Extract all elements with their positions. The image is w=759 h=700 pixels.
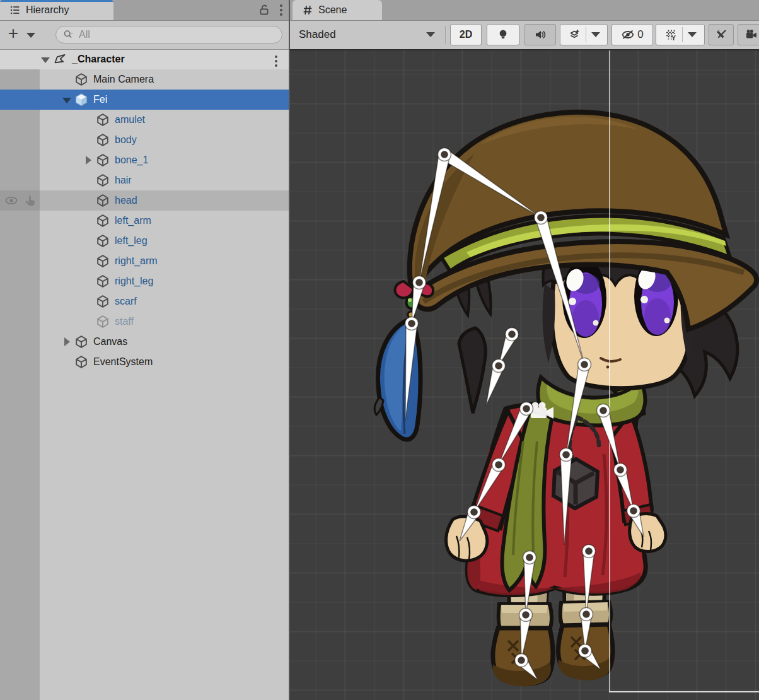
left-thigh-bone[interactable]: [524, 557, 535, 615]
tree-item-right-leg[interactable]: right_leg: [0, 271, 289, 291]
speaker-icon: [534, 28, 547, 41]
add-button[interactable]: +: [5, 25, 21, 44]
gameobject-cube-icon: [96, 173, 110, 187]
bone-joint-center: [495, 362, 502, 370]
bulb-icon: [497, 28, 509, 41]
effects-button[interactable]: [560, 24, 608, 45]
scene-viewport[interactable]: [290, 49, 759, 700]
head-bone[interactable]: [535, 216, 584, 365]
tree-item-bone-1[interactable]: bone_1: [0, 150, 289, 170]
bone-joint-center: [600, 407, 607, 414]
right-thigh-bone[interactable]: [583, 551, 594, 614]
scene-panel: Scene Shaded 2D 0: [290, 0, 759, 700]
chest-bone[interactable]: [566, 363, 590, 455]
grid-settings-icon: [664, 28, 677, 41]
tree-item-right-arm[interactable]: right_arm: [0, 251, 289, 271]
bone-joint-center: [526, 554, 533, 561]
bone-joint-center: [408, 320, 415, 327]
bone-joint-center: [470, 508, 478, 516]
tree-item-head[interactable]: head: [0, 190, 289, 211]
bone-joint-center: [562, 451, 570, 458]
tree-item-left-arm[interactable]: left_arm: [0, 211, 289, 231]
chevron-right-icon[interactable]: [61, 332, 74, 352]
tree-item-hair[interactable]: hair: [0, 170, 289, 190]
toggle-2d-button[interactable]: 2D: [450, 24, 482, 45]
hierarchy-tab-label: Hierarchy: [26, 4, 69, 16]
prefab-cube-icon: [74, 93, 88, 107]
list-icon: [9, 4, 21, 16]
hierarchy-tree: _Character Main Camera Fei amulet body: [0, 49, 289, 700]
tree-item-canvas[interactable]: Canvas: [0, 332, 289, 352]
scene-header-character[interactable]: _Character: [0, 49, 289, 69]
gameobject-cube-icon: [96, 133, 110, 147]
pick-icon[interactable]: [23, 194, 37, 207]
chevron-down-icon[interactable]: [591, 32, 600, 37]
feather-bone[interactable]: [405, 323, 417, 421]
hat-band-bone[interactable]: [441, 149, 541, 218]
spine-bone[interactable]: [560, 455, 572, 545]
gameobject-cube-icon: [96, 234, 110, 248]
gameobject-cube-icon: [74, 73, 88, 86]
gameobject-cube-icon: [96, 113, 110, 127]
tree-item-scarf[interactable]: scarf: [0, 291, 289, 312]
scene-name: _Character: [72, 54, 125, 65]
scene-visibility-button[interactable]: 0: [611, 24, 653, 45]
tab-scene[interactable]: Scene: [293, 0, 382, 20]
scene-tab-strip: Scene: [290, 0, 759, 21]
gameobject-cube-icon: [96, 315, 110, 329]
bone-joint-center: [523, 405, 530, 412]
unity-logo-icon: [53, 52, 67, 66]
chevron-down-icon[interactable]: [39, 49, 53, 69]
chevron-down-icon[interactable]: [688, 32, 697, 37]
gameobject-cube-icon: [96, 153, 110, 167]
bone-joint-center: [537, 214, 545, 221]
tree-item-fei[interactable]: Fei: [0, 90, 289, 110]
gameobject-cube-icon: [96, 194, 110, 207]
unlock-icon[interactable]: [257, 3, 271, 17]
kebab-menu-icon[interactable]: [280, 3, 282, 18]
bone-joint-center: [522, 611, 530, 619]
gameobject-cube-icon: [96, 274, 110, 288]
eye-off-icon: [621, 28, 635, 42]
add-dropdown-caret[interactable]: [26, 33, 35, 38]
bone-joint-center: [585, 547, 593, 555]
tree-item-staff[interactable]: staff: [0, 312, 289, 332]
lighting-button[interactable]: [487, 24, 519, 45]
kebab-menu-icon[interactable]: [275, 54, 277, 69]
bone-joint-center: [581, 647, 589, 655]
tree-item-amulet[interactable]: amulet: [0, 110, 289, 130]
component-tools-button[interactable]: [709, 24, 734, 45]
panel-divider[interactable]: [289, 0, 290, 700]
gameobject-cube-icon: [96, 295, 110, 308]
tree-item-eventsystem[interactable]: EventSystem: [0, 352, 289, 372]
audio-button[interactable]: [524, 24, 556, 45]
hierarchy-tab-strip: Hierarchy: [0, 0, 289, 21]
hat-tip-bone[interactable]: [419, 153, 450, 283]
gameobject-cube-icon: [74, 335, 88, 349]
gameobject-cube-icon: [96, 214, 110, 228]
draw-mode-dropdown[interactable]: Shaded: [295, 24, 441, 45]
bone-joint-center: [518, 656, 525, 664]
scene-toolbar: Shaded 2D 0: [290, 20, 759, 49]
search-field[interactable]: [55, 26, 282, 44]
skeleton-overlay: [290, 50, 759, 700]
unity-editor: { "colors": { "selection_blue": "#3d72b8…: [0, 0, 759, 700]
scene-camera-button[interactable]: [738, 24, 759, 45]
tree-item-left-leg[interactable]: left_leg: [0, 231, 289, 251]
tree-item-body[interactable]: body: [0, 130, 289, 150]
bone-joint-center: [441, 151, 448, 158]
chevron-down-icon[interactable]: [61, 90, 74, 110]
tree-item-main-camera[interactable]: Main Camera: [0, 69, 289, 90]
bone-joint-center: [617, 466, 624, 474]
hierarchy-panel: Hierarchy + _Character Main Camera: [0, 0, 289, 700]
search-icon: [62, 28, 75, 41]
bone-joint-center: [508, 330, 516, 338]
chevron-right-icon[interactable]: [82, 150, 96, 170]
search-input[interactable]: [78, 28, 275, 41]
grid-settings-button[interactable]: [656, 24, 705, 45]
right-upper-arm-bone[interactable]: [598, 409, 620, 470]
bone-joint-center: [581, 361, 588, 368]
tab-hierarchy[interactable]: Hierarchy: [0, 0, 113, 20]
bone-joint-center: [630, 507, 637, 515]
eye-icon[interactable]: [4, 194, 18, 207]
